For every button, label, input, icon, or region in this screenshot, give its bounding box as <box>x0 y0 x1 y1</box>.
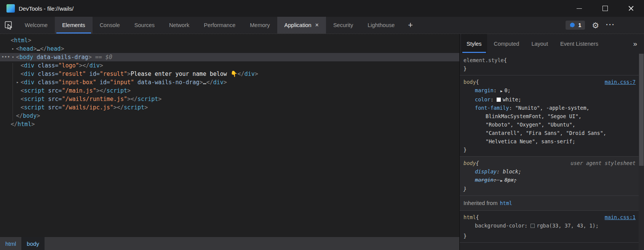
tree-node[interactable]: <div class="result" id="result">Please e… <box>0 70 459 78</box>
crumb-html[interactable]: html <box>0 237 21 250</box>
twisty-closed-icon[interactable]: ▸ <box>10 45 16 53</box>
more-tabs-icon[interactable]: » <box>626 34 644 54</box>
color-swatch[interactable] <box>497 98 501 102</box>
close-button[interactable] <box>618 0 644 17</box>
stylesheet-link[interactable]: main.css:1 <box>605 213 636 221</box>
close-brace: } <box>463 64 636 73</box>
tree-node[interactable]: ▸<head>…</head> <box>0 45 459 53</box>
open-brace: { <box>476 213 479 221</box>
token-p: < <box>16 54 19 61</box>
color-swatch[interactable] <box>531 224 535 228</box>
tab-application[interactable]: Application× <box>277 17 326 34</box>
twisty-open-icon[interactable]: ▾ <box>10 53 16 61</box>
tree-node[interactable]: </body> <box>0 112 459 120</box>
styles-scrollbar[interactable] <box>639 54 644 250</box>
tree-node[interactable]: <html> <box>0 36 459 45</box>
breadcrumb: htmlbody <box>0 237 459 250</box>
elements-panel: <html>▸<head>…</head>•••▾<body data-wail… <box>0 34 459 250</box>
tab-lighthouse[interactable]: Lighthouse <box>360 17 402 34</box>
node-options-dots-icon[interactable]: ••• <box>2 53 10 61</box>
style-rule: body {main.css:7margin: ▶0;color: white;… <box>460 75 639 157</box>
css-declaration[interactable]: color: white; <box>463 95 636 104</box>
crumb-body[interactable]: body <box>21 237 45 250</box>
tree-node[interactable]: </html> <box>0 120 459 128</box>
token-v: "/wails/runtime.js" <box>62 96 127 103</box>
more-options-icon[interactable]: ··· <box>606 24 615 26</box>
token-t: html <box>18 121 31 128</box>
expand-value-arrow-icon[interactable]: ▶ <box>500 179 502 183</box>
tab-label: Console <box>100 22 120 28</box>
twisty-closed-icon[interactable]: ▸ <box>15 78 20 87</box>
styles-rules-list: element.style {}body {main.css:7margin: … <box>460 54 639 250</box>
scrollbar-thumb[interactable] <box>639 54 644 166</box>
tree-node[interactable]: •••▾<body data-wails-drag> == $0 <box>0 53 459 61</box>
css-value: block; <box>503 168 521 175</box>
inherited-target-link[interactable]: html <box>500 200 512 206</box>
stylesheet-link[interactable]: main.css:7 <box>605 78 636 86</box>
tab-memory[interactable]: Memory <box>243 17 277 34</box>
css-value-continuation: BlinkMacSystemFont, "Segoe UI", <box>463 112 636 120</box>
token-a: class= <box>34 62 58 69</box>
rule-selector[interactable]: element.style <box>463 56 504 64</box>
tab-label: Application <box>284 22 312 28</box>
tab-label: Elements <box>62 22 85 28</box>
add-panel-button[interactable]: + <box>402 17 419 34</box>
node-markup: <body data-wails-drag> == $0 <box>0 54 112 61</box>
tree-node[interactable]: ▸<div class="input-box" id="input" data-… <box>0 78 459 87</box>
tree-node[interactable]: <script src="/wails/runtime.js"></script… <box>0 95 459 103</box>
tab-performance[interactable]: Performance <box>197 17 243 34</box>
minimize-icon <box>577 8 582 9</box>
settings-gear-icon[interactable]: ⚙ <box>592 21 599 29</box>
tab-label: Lighthouse <box>368 22 395 28</box>
token-t: div <box>24 62 34 69</box>
css-declaration[interactable]: margin: ▶8px; <box>463 176 636 185</box>
styles-tab-layout[interactable]: Layout <box>526 34 553 54</box>
maximize-button[interactable] <box>592 0 618 17</box>
css-value: white; <box>503 96 521 103</box>
token-x: … <box>37 45 40 52</box>
colon-separator: : <box>494 177 500 183</box>
token-t: div <box>213 79 224 86</box>
issues-badge[interactable]: 1 <box>566 21 585 30</box>
close-tab-icon[interactable]: × <box>315 22 319 28</box>
css-declaration[interactable]: display: block; <box>463 167 636 176</box>
expand-value-arrow-icon[interactable]: ▶ <box>500 89 502 93</box>
node-markup: </body> <box>0 112 40 119</box>
minimize-button[interactable] <box>566 0 592 17</box>
token-t: div <box>89 62 100 69</box>
style-rule: html {main.css:1background-color: rgba(3… <box>460 211 639 243</box>
tab-elements[interactable]: Elements <box>55 17 92 34</box>
tree-node[interactable]: <script src="/wails/ipc.js"></script> <box>0 103 459 112</box>
rule-selector[interactable]: body <box>463 78 476 86</box>
dom-tree: <html>▸<head>…</head>•••▾<body data-wail… <box>0 34 459 128</box>
css-declaration[interactable]: background-color: rgba(33, 37, 43, 1); <box>463 221 636 230</box>
colon-separator: : <box>509 105 515 111</box>
css-value-continuation: "Roboto", "Oxygen", "Ubuntu", <box>463 120 636 129</box>
tab-sources[interactable]: Sources <box>127 17 162 34</box>
token-p: </ <box>238 71 244 77</box>
inspect-element-button[interactable] <box>0 17 18 34</box>
rule-selector[interactable]: body <box>463 159 476 167</box>
tab-console[interactable]: Console <box>93 17 127 34</box>
token-t: html <box>14 37 28 44</box>
style-rule: body {user agent stylesheetdisplay: bloc… <box>460 157 639 196</box>
token-v: "input" <box>110 79 134 86</box>
tab-welcome[interactable]: Welcome <box>18 17 55 34</box>
css-declaration[interactable]: font-family: "Nunito", -apple-system, <box>463 104 636 112</box>
styles-tab-styles[interactable]: Styles <box>461 34 487 54</box>
token-p: </ <box>40 45 47 52</box>
rule-selector[interactable]: html <box>463 213 476 221</box>
token-p: </ <box>11 121 18 128</box>
token-p: > <box>224 79 227 86</box>
css-value-continuation: "Cantarell", "Fira Sans", "Droid Sans", <box>463 129 636 137</box>
tab-network[interactable]: Network <box>162 17 197 34</box>
styles-tab-computed[interactable]: Computed <box>489 34 525 54</box>
tab-security[interactable]: Security <box>326 17 360 34</box>
tree-node[interactable]: <script src="/main.js"></script> <box>0 87 459 95</box>
css-declaration[interactable]: margin: ▶0; <box>463 86 636 95</box>
tree-node[interactable]: <div class="logo"></div> <box>0 61 459 70</box>
token-p: > <box>127 87 131 94</box>
tab-label: Performance <box>204 22 235 28</box>
styles-tab-event-listeners[interactable]: Event Listeners <box>555 34 604 54</box>
main-split: <html>▸<head>…</head>•••▾<body data-wail… <box>0 34 644 250</box>
